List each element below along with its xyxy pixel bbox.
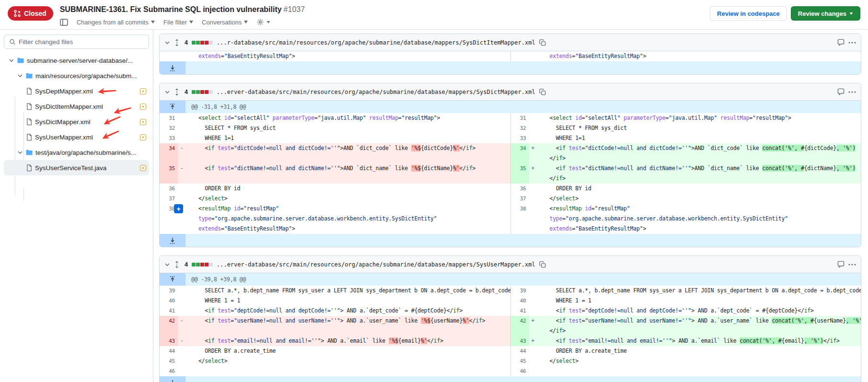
file-comment-button[interactable] (837, 39, 845, 46)
tree-item-label: SysDictItemMapper.xml (35, 103, 103, 110)
collapse-file-button[interactable] (164, 262, 170, 267)
code-line: </select> (185, 356, 510, 366)
diff-marker (178, 123, 185, 133)
review-in-codespace-button[interactable]: Review in codespace (710, 6, 787, 21)
tree-folder-test-java-org-apache-submarine-s-[interactable]: test/java/org/apache/submarine/s... (4, 145, 149, 160)
tree-folder-submarine-server-server-database-[interactable]: submarine-server/server-database/... (4, 53, 149, 68)
code-cell: ORDER BY id (185, 184, 510, 194)
add-comment-button[interactable]: + (174, 204, 183, 213)
expand-down-button[interactable] (160, 61, 185, 74)
diff-new-side: 32 SELECT * FROM sys_dict (510, 123, 861, 133)
drag-handle-icon[interactable] (174, 88, 180, 96)
pr-status-label: Closed (24, 10, 46, 17)
copy-icon (539, 261, 546, 268)
file-options-kebab[interactable] (848, 42, 856, 44)
toolbar-menu-conversations[interactable]: Conversations (202, 19, 248, 26)
line-number: 41 (160, 306, 178, 316)
code-line: </select> (537, 356, 861, 366)
hunk-header: @@ -31,8 +31,8 @@ (185, 101, 861, 113)
diff-settings-menu[interactable] (256, 18, 270, 26)
tree-file-sysuserservicetest-java[interactable]: SysUserServiceTest.java (4, 160, 149, 175)
code-line: <select id="selectAll" parameterType="ja… (537, 113, 861, 123)
modified-file-icon (140, 165, 146, 171)
diff-new-side: 35+ <if test="dictName!=null and dictNam… (510, 163, 861, 184)
diff-old-side: extends="BaseEntityResultMap"> (160, 51, 510, 61)
diff-new-side: 43+ <if test="email!=null and email!=''"… (510, 336, 861, 346)
drag-handle-icon[interactable] (174, 261, 180, 268)
code-line (185, 366, 510, 376)
review-changes-button[interactable]: Review changes (791, 6, 860, 21)
diff-old-side: 33 WHERE 1=1 (160, 133, 510, 143)
diff-row-context: 33 WHERE 1=133 WHERE 1=1 (160, 133, 861, 143)
expand-down-button[interactable] (160, 376, 185, 382)
toolbar-menu-changes-from-all-commits[interactable]: Changes from all commits (77, 19, 155, 26)
tree-file-sysdictmapper-xml[interactable]: SysDictMapper.xml (4, 114, 149, 129)
changed-lines-count: 4 (185, 261, 188, 268)
diff-marker (529, 204, 537, 234)
code-line: <if test="userName!=null and userName!='… (185, 316, 510, 326)
diff-marker (529, 123, 537, 133)
line-number: 46 (160, 366, 178, 376)
file-options-kebab[interactable] (848, 91, 856, 93)
code-line: <select id="selectAll" parameterType="ja… (185, 113, 510, 123)
code-line: WHERE 1 = 1 (185, 296, 510, 306)
diffstat-block-add (192, 90, 196, 94)
diff-old-side: 40 WHERE 1 = 1 (160, 296, 510, 306)
line-number: 33 (160, 133, 178, 143)
diff-row-context: 36 ORDER BY id36 ORDER BY id (160, 184, 861, 194)
collapse-file-button[interactable] (164, 40, 170, 46)
code-line: extends="BaseEntityResultMap"> (537, 51, 861, 61)
copy-path-button[interactable] (539, 261, 546, 268)
diffstat-block-add (196, 41, 200, 45)
code-line: <if test="dictName!=null and dictName!='… (185, 163, 510, 174)
toolbar-menu-file-filter[interactable]: File filter (163, 19, 193, 26)
diff-old-side: 44 ORDER BY a.create_time (160, 346, 510, 356)
code-line: <resultMap id="resultMap" (537, 204, 861, 214)
code-line: extends="BaseEntityResultMap"> (537, 224, 861, 234)
filter-changed-files-input[interactable] (19, 38, 144, 46)
drag-handle-icon[interactable] (174, 39, 180, 46)
diff-new-side: 41 <if test="deptCode!=null and deptCode… (510, 306, 861, 316)
diff-marker (178, 366, 185, 376)
expand-up-button[interactable] (160, 273, 185, 286)
diff-new-side: 33 WHERE 1=1 (510, 133, 861, 143)
tree-file-sysdictitemmapper-xml[interactable]: SysDictItemMapper.xml (4, 99, 149, 114)
code-cell: WHERE 1=1 (537, 133, 861, 143)
diff-toolbar: Changes from all commitsFile filterConve… (60, 16, 710, 28)
copy-path-button[interactable] (539, 89, 546, 95)
line-number: 37 (160, 194, 178, 204)
diff-marker (529, 306, 537, 316)
modified-file-icon (140, 104, 146, 110)
code-cell: SELECT * FROM sys_dict (537, 123, 861, 133)
code-cell: <if test="deptCode!=null and deptCode!='… (185, 306, 510, 316)
file-path: ...erver-database/src/main/resources/org… (217, 261, 535, 268)
file-options-kebab[interactable] (848, 264, 856, 266)
changed-files-tree: submarine-server/server-database/...main… (4, 53, 149, 175)
pr-number: #1037 (284, 5, 305, 13)
expand-down-button[interactable] (160, 234, 185, 247)
file-comment-button[interactable] (837, 88, 845, 95)
diffstat-block-del (205, 263, 208, 266)
expand-up-button[interactable] (160, 101, 185, 113)
diff-row-change: 34- <if test="dictCode!=null and dictCod… (160, 143, 861, 163)
diff-marker (529, 296, 537, 306)
tree-folder-main-resources-org-apache-subm-[interactable]: main/resources/org/apache/subm... (4, 68, 149, 83)
diffstat-block-neutral (209, 90, 213, 94)
collapse-file-button[interactable] (164, 89, 170, 95)
chevron-down-icon (189, 21, 193, 23)
sidebar-toggle-icon[interactable] (60, 19, 68, 26)
code-line: SELECT * FROM sys_dict (537, 123, 861, 133)
code-cell: <if test="deptCode!=null and deptCode!='… (537, 306, 861, 316)
folder-icon (25, 72, 33, 79)
copy-path-button[interactable] (539, 39, 546, 46)
expand-row-fill (185, 376, 861, 382)
diff-marker (529, 51, 537, 61)
chevron-down-icon (164, 40, 170, 46)
code-line: SELECT a.*, b.dept_name FROM sys_user a … (537, 286, 861, 296)
tree-item-label: main/resources/org/apache/subm... (35, 72, 137, 80)
file-comment-button[interactable] (837, 261, 845, 268)
tree-file-sysdeptmapper-xml[interactable]: SysDeptMapper.xml (4, 83, 149, 99)
code-cell: ORDER BY a.create_time (537, 346, 861, 356)
diffstat-blocks (192, 41, 213, 45)
tree-file-sysusermapper-xml[interactable]: SysUserMapper.xml (4, 129, 149, 145)
